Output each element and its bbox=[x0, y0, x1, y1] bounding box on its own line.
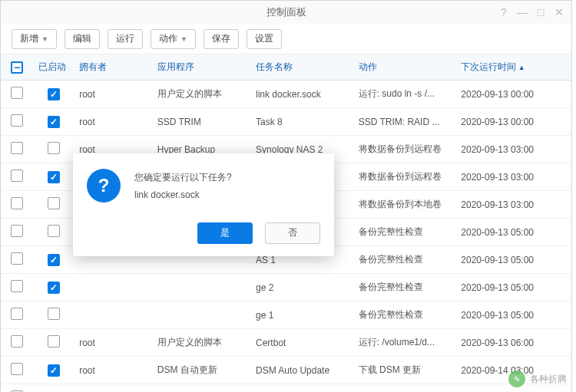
cell-action: 备份完整性检查 bbox=[354, 274, 457, 301]
cell-owner: root bbox=[74, 329, 153, 357]
row-select-checkbox[interactable] bbox=[11, 142, 23, 154]
row-select-checkbox[interactable] bbox=[11, 280, 23, 292]
cell-app bbox=[153, 301, 251, 329]
help-icon[interactable]: ? bbox=[498, 6, 510, 18]
save-button[interactable]: 保存 bbox=[204, 29, 239, 49]
cell-task: ge 1 bbox=[251, 301, 354, 329]
enabled-checkbox[interactable] bbox=[48, 282, 60, 294]
action-button[interactable]: 动作▼ bbox=[151, 29, 196, 49]
enabled-checkbox[interactable] bbox=[48, 197, 60, 209]
cell-app bbox=[153, 274, 251, 301]
col-enabled[interactable]: 已启动 bbox=[34, 54, 74, 81]
cell-action: SSD TRIM: RAID ... bbox=[354, 108, 457, 136]
tristate-checkbox-icon[interactable] bbox=[11, 61, 23, 74]
table-row[interactable]: rootSSD TRIMTask 8SSD TRIM: RAID ...2020… bbox=[1, 108, 571, 136]
run-button[interactable]: 运行 bbox=[108, 29, 143, 49]
cell-action: 对所有支持快速检... bbox=[354, 384, 457, 393]
cell-app: DSM 自动更新 bbox=[153, 357, 251, 384]
cell-app: 用户定义的脚本 bbox=[153, 329, 251, 357]
cell-task: ge 2 bbox=[251, 274, 354, 301]
wechat-icon: ✎ bbox=[508, 371, 525, 387]
cell-action: 将数据备份到本地卷 bbox=[354, 191, 457, 219]
window-controls: ? — □ ✕ bbox=[498, 1, 565, 24]
enabled-checkbox[interactable] bbox=[48, 116, 60, 128]
row-select-checkbox[interactable] bbox=[11, 87, 23, 99]
cell-next: 2020-09-13 00:00 bbox=[456, 81, 571, 108]
enabled-checkbox[interactable] bbox=[48, 171, 60, 183]
col-select[interactable] bbox=[1, 54, 34, 81]
cell-action: 将数据备份到远程卷 bbox=[354, 163, 457, 191]
confirm-dialog: ? 您确定要运行以下任务? link docker.sock 是 否 bbox=[73, 153, 334, 256]
row-select-checkbox[interactable] bbox=[11, 197, 23, 209]
row-select-checkbox[interactable] bbox=[11, 225, 23, 237]
toolbar: 新增▼ 编辑 运行 动作▼ 保存 设置 bbox=[1, 24, 571, 54]
dialog-text: 您确定要运行以下任务? link docker.sock bbox=[134, 169, 232, 204]
cell-action: 运行: sudo ln -s /... bbox=[354, 81, 457, 108]
cell-owner: root bbox=[74, 357, 153, 384]
col-next-run[interactable]: 下次运行时间 bbox=[456, 54, 571, 81]
enabled-checkbox[interactable] bbox=[48, 142, 60, 154]
cell-owner bbox=[74, 274, 153, 301]
cell-action: 备份完整性检查 bbox=[354, 301, 457, 329]
cell-next: 2020-09-13 05:00 bbox=[456, 274, 571, 301]
cell-app: S.M.A.R.T. 检测 bbox=[153, 384, 251, 393]
no-button[interactable]: 否 bbox=[265, 222, 320, 244]
cell-task: Task 8 bbox=[251, 108, 354, 136]
cell-action: 将数据备份到远程卷 bbox=[354, 136, 457, 163]
titlebar: 控制面板 ? — □ ✕ bbox=[1, 1, 571, 24]
cell-action: 下载 DSM 更新 bbox=[354, 357, 457, 384]
col-action[interactable]: 动作 bbox=[354, 54, 457, 81]
col-app[interactable]: 应用程序 bbox=[153, 54, 251, 81]
row-select-checkbox[interactable] bbox=[11, 170, 23, 182]
cell-task: link docker.sock bbox=[251, 81, 354, 108]
enabled-checkbox[interactable] bbox=[48, 225, 60, 237]
enabled-checkbox[interactable] bbox=[48, 364, 60, 377]
table-row[interactable]: root用户定义的脚本link docker.sock运行: sudo ln -… bbox=[1, 81, 571, 108]
minimize-icon[interactable]: — bbox=[516, 6, 528, 18]
cell-next: 2020-09-13 03:00 bbox=[456, 163, 571, 191]
row-select-checkbox[interactable] bbox=[11, 308, 23, 320]
cell-task: Certbot bbox=[251, 329, 354, 357]
cell-next: 2020-09-13 05:00 bbox=[456, 301, 571, 329]
cell-app: 用户定义的脚本 bbox=[153, 81, 251, 108]
row-select-checkbox[interactable] bbox=[11, 252, 23, 265]
col-owner[interactable]: 拥有者 bbox=[74, 54, 153, 81]
edit-button[interactable]: 编辑 bbox=[65, 29, 100, 49]
row-select-checkbox[interactable] bbox=[11, 363, 23, 375]
cell-task: DSM Auto Update bbox=[251, 357, 354, 384]
row-select-checkbox[interactable] bbox=[11, 114, 23, 127]
enabled-checkbox[interactable] bbox=[48, 335, 60, 348]
window-title: 控制面板 bbox=[266, 5, 306, 19]
table-row[interactable]: rootDSM 自动更新DSM Auto Update下载 DSM 更新2020… bbox=[1, 357, 571, 384]
table-row[interactable]: root用户定义的脚本Certbot运行: /volume1/d...2020-… bbox=[1, 329, 571, 357]
enabled-checkbox[interactable] bbox=[48, 254, 60, 266]
cell-next: 2020-09-13 06:00 bbox=[456, 329, 571, 357]
cell-action: 备份完整性检查 bbox=[354, 246, 457, 274]
cell-owner: root bbox=[74, 81, 153, 108]
yes-button[interactable]: 是 bbox=[197, 222, 253, 244]
chevron-down-icon: ▼ bbox=[41, 35, 48, 43]
cell-next: 2020-09-13 05:00 bbox=[456, 219, 571, 246]
cell-task: Auto S.M.A.R.T. T... bbox=[251, 384, 354, 393]
table-row[interactable]: rootS.M.A.R.T. 检测Auto S.M.A.R.T. T...对所有… bbox=[1, 384, 571, 393]
cell-action: 运行: /volume1/d... bbox=[354, 329, 457, 357]
row-select-checkbox[interactable] bbox=[11, 335, 23, 348]
table-row[interactable]: ge 1备份完整性检查2020-09-13 05:00 bbox=[1, 301, 571, 329]
cell-next: 2020-09-13 00:00 bbox=[456, 108, 571, 136]
dialog-question: 您确定要运行以下任务? bbox=[134, 169, 232, 186]
close-icon[interactable]: ✕ bbox=[553, 6, 565, 18]
col-task[interactable]: 任务名称 bbox=[251, 54, 354, 81]
question-icon: ? bbox=[87, 169, 121, 203]
cell-next: 2020-09-13 05:00 bbox=[456, 246, 571, 274]
cell-next: 2020-09-13 03:00 bbox=[456, 191, 571, 219]
table-row[interactable]: ge 2备份完整性检查2020-09-13 05:00 bbox=[1, 274, 571, 301]
cell-owner bbox=[74, 301, 153, 329]
enabled-checkbox[interactable] bbox=[48, 308, 60, 320]
watermark: ✎ 各种折腾 bbox=[508, 371, 567, 387]
settings-button[interactable]: 设置 bbox=[247, 29, 282, 49]
enabled-checkbox[interactable] bbox=[48, 88, 60, 100]
maximize-icon[interactable]: □ bbox=[535, 6, 547, 18]
add-button[interactable]: 新增▼ bbox=[12, 29, 57, 49]
chevron-down-icon: ▼ bbox=[180, 35, 187, 43]
cell-app: SSD TRIM bbox=[153, 108, 251, 136]
